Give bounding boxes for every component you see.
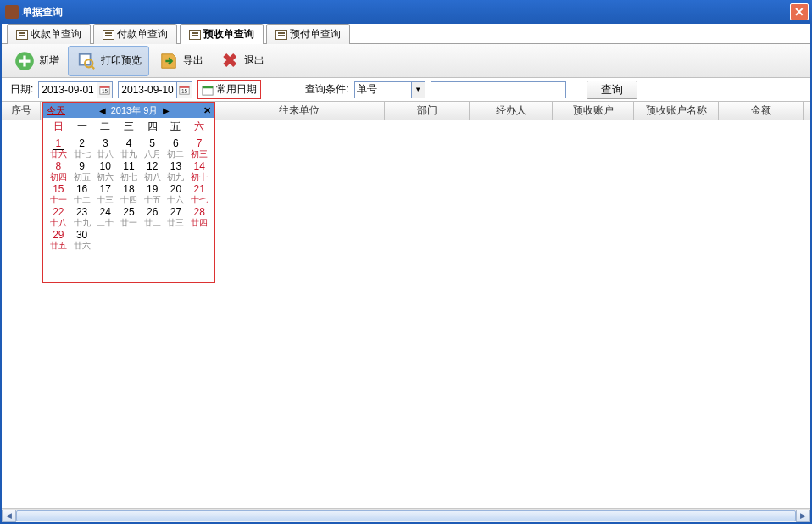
day-cell[interactable]: 1廿六 [47, 137, 70, 159]
svg-rect-11 [203, 86, 213, 88]
date-from-input[interactable] [38, 81, 97, 98]
filter-row: 日期: 15 15 常用日期 查询条件: 查询 [2, 78, 810, 102]
window-body: 收款单查询 付款单查询 预收单查询 预付单查询 新增 打印预览 [0, 24, 812, 524]
day-cell[interactable]: 28廿四 [187, 206, 211, 227]
query-button[interactable]: 查询 [587, 81, 637, 99]
document-icon [16, 30, 28, 40]
common-date-label: 常用日期 [216, 82, 257, 97]
export-button[interactable]: 导出 [151, 47, 210, 75]
day-cell[interactable]: 4廿九 [117, 137, 141, 159]
calendar-popup: 今天 ◀ 2013年 9月 ▶ ✕ 日一二三四五六 1廿六2廿七3廿八4廿九5八… [42, 102, 215, 283]
day-cell[interactable]: 18十四 [117, 183, 141, 204]
day-cell[interactable]: 24二十 [93, 206, 117, 227]
column-header[interactable]: 预收账户名称 [634, 102, 719, 120]
day-cell[interactable]: 5八月 [141, 137, 164, 159]
scroll-right-icon[interactable]: ▶ [796, 510, 810, 522]
day-cell[interactable]: 17十三 [93, 183, 117, 204]
day-cell[interactable]: 8初四 [47, 160, 70, 181]
window-title: 单据查询 [22, 5, 63, 20]
calendar-icon [202, 84, 214, 96]
day-cell[interactable]: 11初七 [117, 160, 141, 181]
condition-label: 查询条件: [305, 82, 348, 97]
scroll-track[interactable] [16, 510, 796, 522]
tab-payment-query[interactable]: 付款单查询 [93, 24, 177, 44]
add-icon [14, 50, 36, 72]
exit-icon: ✖ [219, 50, 241, 72]
day-cell[interactable]: 21十七 [187, 183, 211, 204]
date-to-input[interactable] [118, 81, 177, 98]
common-date-button[interactable]: 常用日期 [197, 80, 261, 99]
date-from-group: 15 [38, 81, 113, 98]
column-header[interactable]: 序号 [2, 102, 41, 120]
tab-label: 预付单查询 [290, 27, 341, 42]
print-preview-button[interactable]: 打印预览 [68, 46, 149, 76]
day-cell[interactable]: 3廿八 [93, 137, 117, 159]
condition-dropdown-icon[interactable] [412, 81, 425, 98]
dow-label: 一 [70, 120, 94, 134]
column-header[interactable]: 金额 [719, 102, 804, 120]
day-cell[interactable]: 27廿三 [164, 206, 188, 227]
svg-text:15: 15 [181, 88, 188, 94]
tabs-row: 收款单查询 付款单查询 预收单查询 预付单查询 [2, 24, 810, 44]
condition-select[interactable] [354, 81, 412, 98]
horizontal-scrollbar[interactable]: ◀ ▶ [2, 508, 810, 522]
day-cell[interactable]: 19十五 [141, 183, 164, 204]
day-cell[interactable]: 13初九 [164, 160, 188, 181]
tab-receipt-query[interactable]: 收款单查询 [7, 24, 91, 44]
day-cell[interactable]: 2廿七 [70, 137, 94, 159]
day-cell[interactable]: 30廿六 [70, 229, 94, 250]
day-cell[interactable]: 16十二 [70, 183, 94, 204]
svg-text:15: 15 [102, 88, 108, 94]
app-icon [5, 5, 19, 19]
calendar-days-grid: 1廿六2廿七3廿八4廿九5八月6初二7初三8初四9初五10初六11初七12初八1… [43, 136, 214, 257]
day-cell[interactable]: 6初二 [164, 137, 188, 159]
toolbar: 新增 打印预览 导出 ✖ 退出 [2, 44, 810, 78]
export-icon [158, 50, 180, 72]
month-label: 2013年 9月 [111, 104, 159, 117]
column-header[interactable]: 往来单位 [214, 102, 385, 120]
day-cell[interactable]: 26廿二 [141, 206, 164, 227]
condition-value-input[interactable] [431, 81, 566, 98]
export-label: 导出 [183, 53, 203, 68]
column-header[interactable]: 经办人 [470, 102, 553, 120]
table-area: 序号往来单位部门经办人预收账户预收账户名称金额 今天 ◀ 2013年 9月 ▶ … [2, 102, 810, 508]
day-cell[interactable]: 12初八 [141, 160, 164, 181]
day-cell[interactable]: 14初十 [187, 160, 211, 181]
date-label: 日期: [10, 82, 33, 97]
today-link[interactable]: 今天 [47, 104, 65, 117]
calendar-dow-row: 日一二三四五六 [43, 118, 214, 136]
new-button[interactable]: 新增 [7, 47, 66, 75]
day-cell[interactable]: 15十一 [47, 183, 70, 204]
next-month-icon[interactable]: ▶ [163, 106, 170, 115]
day-cell[interactable]: 23十九 [70, 206, 94, 227]
exit-button[interactable]: ✖ 退出 [212, 47, 271, 75]
dow-label: 三 [117, 120, 141, 134]
new-label: 新增 [39, 53, 59, 68]
day-cell[interactable]: 25廿一 [117, 206, 141, 227]
day-cell[interactable]: 20十六 [164, 183, 188, 204]
exit-label: 退出 [244, 53, 264, 68]
calendar-trigger-from[interactable]: 15 [97, 81, 113, 98]
date-to-group: 15 [118, 81, 192, 98]
calendar-close-icon[interactable]: ✕ [203, 105, 211, 116]
calendar-trigger-to[interactable]: 15 [177, 81, 192, 98]
scroll-left-icon[interactable]: ◀ [2, 510, 16, 522]
column-header[interactable]: 部门 [385, 102, 470, 120]
prev-month-icon[interactable]: ◀ [99, 106, 106, 115]
day-cell[interactable]: 7初三 [187, 137, 211, 159]
close-button[interactable]: ✕ [790, 3, 809, 20]
document-icon [103, 30, 114, 40]
title-bar: 单据查询 ✕ [0, 0, 812, 24]
column-header[interactable]: 预收账户 [553, 102, 634, 120]
tab-label: 付款单查询 [117, 27, 168, 42]
day-cell[interactable]: 22十八 [47, 206, 70, 227]
scroll-thumb[interactable] [16, 510, 796, 521]
day-cell[interactable]: 10初六 [93, 160, 117, 181]
day-cell[interactable]: 9初五 [70, 160, 94, 181]
day-cell[interactable]: 29廿五 [47, 229, 70, 250]
tab-label: 预收单查询 [203, 27, 254, 42]
tab-prepay-receipt-query[interactable]: 预收单查询 [180, 24, 264, 44]
dow-label: 二 [93, 120, 117, 134]
tab-prepay-payment-query[interactable]: 预付单查询 [266, 24, 350, 44]
magnifier-icon [75, 50, 97, 72]
